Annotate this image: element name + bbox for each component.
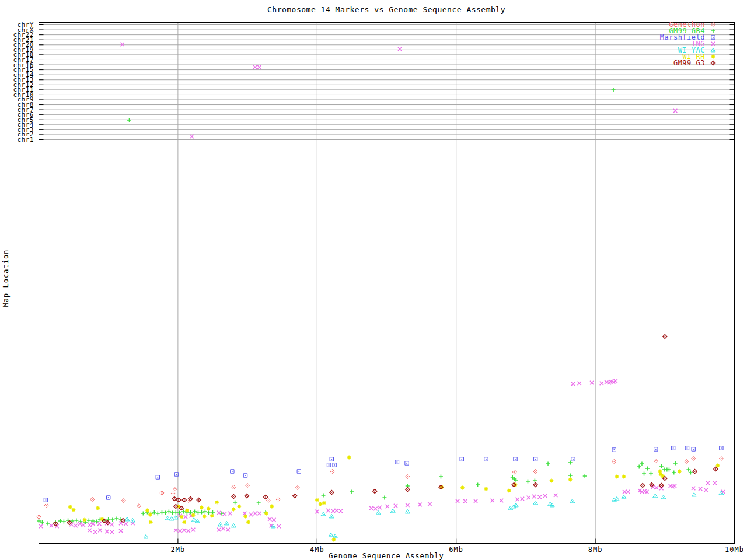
data-point: [538, 495, 542, 499]
marker-center-dot: [323, 514, 324, 515]
data-point: [87, 519, 91, 523]
data-point: [228, 512, 232, 515]
data-point: [257, 501, 261, 505]
data-point: [110, 530, 113, 534]
marker-glyph: [277, 524, 281, 528]
marker-glyph: [706, 481, 710, 485]
data-point: [127, 118, 131, 123]
marker-glyph: [74, 519, 78, 523]
data-point: [141, 512, 145, 516]
data-point: [322, 501, 326, 505]
data-point: [490, 499, 494, 502]
data-point: [376, 510, 381, 514]
data-point: [148, 513, 152, 517]
data-point: [612, 459, 616, 463]
data-point: [398, 47, 402, 51]
marker-center-dot: [123, 520, 124, 521]
data-point: [46, 522, 50, 526]
marker-glyph: [203, 510, 207, 514]
marker-glyph: [490, 499, 494, 502]
data-point: [332, 538, 336, 542]
marker-glyph: [160, 510, 164, 514]
marker-center-dot: [713, 24, 714, 25]
data-point: [626, 490, 630, 494]
marker-glyph: [190, 135, 194, 138]
marker-center-dot: [174, 498, 175, 499]
marker-glyph: [532, 495, 536, 498]
marker-glyph: [170, 511, 174, 515]
marker-glyph: [394, 504, 397, 508]
data-point: [333, 534, 337, 538]
marker-center-dot: [661, 485, 662, 486]
marker-center-dot: [226, 523, 228, 524]
x-axis: 2Mb4Mb6Mb8Mb10Mb: [171, 23, 744, 554]
marker-center-dot: [535, 459, 536, 460]
data-point: [44, 503, 48, 507]
marker-glyph: [106, 517, 110, 522]
marker-glyph: [484, 487, 488, 491]
data-point: [500, 499, 503, 502]
marker-glyph: [115, 517, 119, 521]
data-point: [395, 460, 399, 464]
marker-glyph: [105, 530, 109, 533]
data-point: [233, 501, 237, 505]
data-point: [207, 511, 211, 515]
data-point: [173, 487, 177, 491]
marker-glyph: [200, 506, 204, 510]
marker-glyph: [98, 528, 102, 532]
marker-glyph: [74, 524, 77, 527]
data-point: [124, 522, 127, 526]
data-point: [330, 469, 334, 473]
marker-center-dot: [104, 520, 105, 522]
data-point: [231, 470, 234, 473]
marker-glyph: [272, 518, 275, 522]
marker-glyph: [50, 524, 53, 527]
marker-glyph: [182, 520, 186, 524]
marker-glyph: [463, 499, 467, 503]
marker-glyph: [217, 511, 221, 514]
marker-center-dot: [655, 449, 657, 450]
data-point: [577, 382, 581, 385]
marker-glyph: [243, 514, 247, 519]
data-point: [231, 523, 236, 527]
marker-center-dot: [374, 491, 375, 492]
data-point: [405, 461, 409, 465]
marker-glyph: [189, 510, 193, 514]
marker-center-dot: [687, 447, 688, 449]
data-point: [184, 515, 187, 519]
marker-center-dot: [220, 524, 221, 526]
marker-glyph: [382, 496, 386, 500]
data-point: [266, 498, 270, 502]
data-point: [369, 506, 373, 510]
marker-center-dot: [514, 484, 515, 485]
data-point: [329, 514, 334, 518]
marker-center-dot: [176, 474, 177, 475]
data-point: [533, 457, 537, 461]
data-point: [347, 456, 351, 460]
marker-glyph: [174, 510, 178, 514]
data-point: [711, 36, 715, 39]
data-point: [119, 529, 123, 533]
data-point: [334, 509, 338, 512]
marker-glyph: [185, 509, 189, 513]
data-point: [137, 503, 141, 508]
marker-center-dot: [407, 512, 408, 513]
marker-glyph: [148, 513, 152, 517]
data-point: [406, 503, 409, 507]
marker-center-dot: [123, 500, 124, 501]
data-point: [107, 496, 110, 499]
marker-center-dot: [397, 461, 398, 463]
data-point: [554, 494, 557, 497]
data-point: [685, 459, 689, 463]
data-point: [514, 457, 517, 461]
marker-center-dot: [715, 468, 717, 470]
marker-center-dot: [515, 505, 516, 506]
marker-center-dot: [138, 505, 139, 506]
marker-glyph: [570, 499, 575, 503]
marker-glyph: [339, 509, 343, 513]
marker-glyph: [476, 483, 480, 487]
marker-center-dot: [694, 495, 695, 496]
marker-glyph: [88, 528, 91, 532]
data-point: [600, 382, 603, 385]
marker-center-dot: [407, 476, 408, 477]
